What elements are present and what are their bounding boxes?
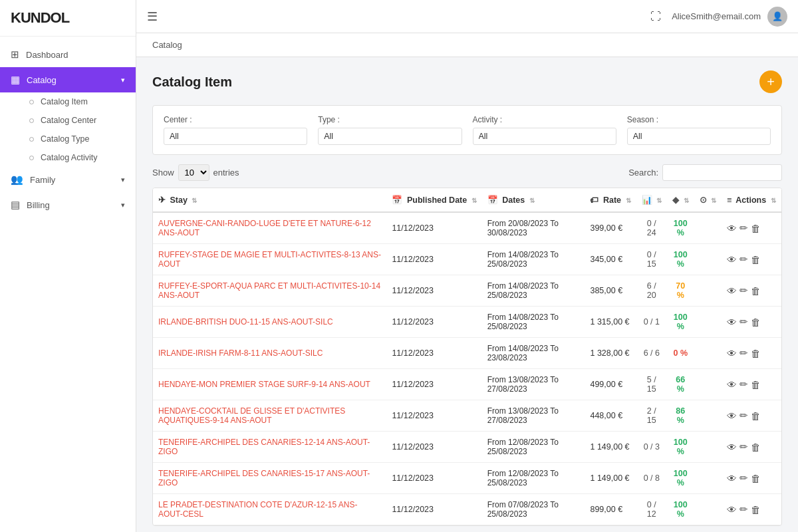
- col-rate[interactable]: 🏷 Rate ⇅: [585, 188, 636, 212]
- sidebar-item-catalog-activity[interactable]: Catalog Activity: [21, 148, 136, 167]
- col-actions[interactable]: ≡ Actions ⇅: [722, 188, 781, 212]
- type-select[interactable]: All: [318, 128, 462, 145]
- stay-link[interactable]: IRLANDE-BRITISH DUO-11-15 ANS-AOUT-SILC: [158, 317, 333, 327]
- col-published-date[interactable]: 📅 Published Date ⇅: [386, 188, 481, 212]
- add-catalog-item-button[interactable]: +: [759, 70, 782, 93]
- delete-icon[interactable]: 🗑: [751, 223, 761, 234]
- table-row: HENDAYE-COCKTAIL DE GLISSE ET D'ACTIVITE…: [153, 400, 781, 432]
- cell-pct: 100 %: [667, 212, 694, 244]
- sidebar-item-billing[interactable]: ▤ Billing ▾: [0, 192, 136, 217]
- cell-rate: 345,00 €: [585, 244, 636, 275]
- edit-icon[interactable]: ✏: [739, 503, 748, 515]
- filter-type: Type : All: [318, 115, 462, 145]
- sidebar-item-catalog-item[interactable]: Catalog Item: [21, 92, 136, 111]
- stay-link[interactable]: IRLANDE-IRISH FARM-8-11 ANS-AOUT-SILC: [158, 348, 323, 358]
- activity-select[interactable]: All: [473, 128, 616, 145]
- season-select[interactable]: All: [627, 128, 771, 145]
- stay-link[interactable]: RUFFEY-STAGE DE MAGIE ET MULTI-ACTIVITES…: [158, 250, 381, 269]
- delete-icon[interactable]: 🗑: [751, 317, 761, 328]
- cell-rate: 1 315,00 €: [585, 307, 636, 338]
- entries-select[interactable]: 10: [178, 164, 209, 181]
- col-dates[interactable]: 📅 Dates ⇅: [482, 188, 585, 212]
- search-input[interactable]: [662, 164, 782, 181]
- delete-icon[interactable]: 🗑: [751, 410, 761, 422]
- delete-icon[interactable]: 🗑: [751, 379, 761, 390]
- edit-icon[interactable]: ✏: [739, 472, 748, 484]
- sidebar-sub-label: Catalog Activity: [41, 153, 97, 162]
- cell-published-date: 11/12/2023: [386, 369, 481, 400]
- cell-pct: 86 %: [667, 400, 694, 432]
- sidebar-item-catalog[interactable]: ▦ Catalog ▾: [0, 67, 136, 92]
- sort-icon: ⇅: [471, 197, 477, 204]
- sidebar-item-catalog-type[interactable]: Catalog Type: [21, 130, 136, 148]
- cell-extra: [694, 244, 722, 275]
- edit-icon[interactable]: ✏: [739, 316, 748, 328]
- expand-icon[interactable]: ⛶: [650, 11, 661, 23]
- view-icon[interactable]: 👁: [727, 410, 737, 422]
- edit-icon[interactable]: ✏: [739, 253, 748, 265]
- view-icon[interactable]: 👁: [727, 379, 737, 390]
- cell-slots: 2 / 15: [636, 400, 667, 432]
- content-area: Catalog Item + Center : All Type : All: [136, 57, 798, 532]
- stay-link[interactable]: HENDAYE-MON PREMIER STAGE SURF-9-14 ANS-…: [158, 380, 370, 389]
- bar-chart-icon: 📊: [642, 196, 652, 205]
- delete-icon[interactable]: 🗑: [751, 285, 761, 297]
- plane-icon: ✈: [158, 196, 166, 205]
- sidebar: KUNDOL ⊞ Dashboard ▦ Catalog ▾ Catalog I…: [0, 0, 136, 532]
- col-chart[interactable]: 📊 ⇅: [636, 188, 667, 212]
- delete-icon[interactable]: 🗑: [751, 254, 761, 265]
- cell-actions: 👁 ✏ 🗑: [722, 338, 781, 369]
- edit-icon[interactable]: ✏: [739, 222, 748, 234]
- cell-dates: From 20/08/2023 To 30/08/2023: [482, 212, 585, 244]
- catalog-table: ✈ Stay ⇅ 📅 Published Date ⇅ 📅 Dates: [152, 188, 782, 526]
- topbar: ☰ ⛶ AliceSmith@email.com 👤: [136, 0, 798, 33]
- cell-pct: 100 %: [667, 432, 694, 463]
- view-icon[interactable]: 👁: [727, 442, 737, 453]
- edit-icon[interactable]: ✏: [739, 378, 748, 390]
- cell-stay: RUFFEY-E-SPORT-AQUA PARC ET MULTI-ACTIVI…: [153, 275, 386, 307]
- cell-stay: HENDAYE-MON PREMIER STAGE SURF-9-14 ANS-…: [153, 369, 386, 400]
- table-row: IRLANDE-IRISH FARM-8-11 ANS-AOUT-SILC 11…: [153, 338, 781, 369]
- breadcrumb-text: Catalog: [152, 40, 182, 50]
- delete-icon[interactable]: 🗑: [751, 473, 761, 484]
- edit-icon[interactable]: ✏: [739, 410, 748, 422]
- sidebar-item-catalog-center[interactable]: Catalog Center: [21, 111, 136, 130]
- table-row: AUVERGNE-CANI-RANDO-LUGE D'ETE ET NATURE…: [153, 212, 781, 244]
- stay-link[interactable]: HENDAYE-COCKTAIL DE GLISSE ET D'ACTIVITE…: [158, 406, 345, 425]
- view-icon[interactable]: 👁: [727, 473, 737, 484]
- delete-icon[interactable]: 🗑: [751, 504, 761, 515]
- col-stay[interactable]: ✈ Stay ⇅: [153, 188, 386, 212]
- delete-icon[interactable]: 🗑: [751, 442, 761, 453]
- circle-icon: ⊙: [700, 196, 707, 205]
- view-icon[interactable]: 👁: [727, 254, 737, 265]
- edit-icon[interactable]: ✏: [739, 347, 748, 359]
- view-icon[interactable]: 👁: [727, 285, 737, 297]
- edit-icon[interactable]: ✏: [739, 441, 748, 453]
- cell-stay: TENERIFE-ARCHIPEL DES CANARIES-12-14 ANS…: [153, 432, 386, 463]
- stay-link[interactable]: RUFFEY-E-SPORT-AQUA PARC ET MULTI-ACTIVI…: [158, 281, 380, 300]
- avatar[interactable]: 👤: [767, 7, 787, 27]
- hamburger-icon[interactable]: ☰: [147, 9, 158, 24]
- cell-extra: [694, 400, 722, 432]
- stay-link[interactable]: TENERIFE-ARCHIPEL DES CANARIES-15-17 ANS…: [158, 469, 370, 487]
- view-icon[interactable]: 👁: [727, 348, 737, 359]
- view-icon[interactable]: 👁: [727, 223, 737, 234]
- delete-icon[interactable]: 🗑: [751, 348, 761, 359]
- dot-icon: [29, 156, 34, 160]
- center-select[interactable]: All: [164, 128, 307, 145]
- col-diamond[interactable]: ◆ ⇅: [667, 188, 694, 212]
- dot-icon: [29, 100, 34, 104]
- cell-stay: HENDAYE-COCKTAIL DE GLISSE ET D'ACTIVITE…: [153, 400, 386, 432]
- stay-link[interactable]: AUVERGNE-CANI-RANDO-LUGE D'ETE ET NATURE…: [158, 219, 371, 237]
- sort-icon: ⇅: [529, 197, 535, 204]
- center-label: Center :: [164, 115, 307, 124]
- sidebar-item-family[interactable]: 👥 Family ▾: [0, 167, 136, 192]
- view-icon[interactable]: 👁: [727, 504, 737, 515]
- stay-link[interactable]: TENERIFE-ARCHIPEL DES CANARIES-12-14 ANS…: [158, 438, 370, 456]
- edit-icon[interactable]: ✏: [739, 285, 748, 297]
- col-tag[interactable]: ⊙ ⇅: [694, 188, 722, 212]
- sidebar-item-dashboard[interactable]: ⊞ Dashboard: [0, 42, 136, 67]
- view-icon[interactable]: 👁: [727, 317, 737, 328]
- cell-actions: 👁 ✏ 🗑: [722, 400, 781, 432]
- stay-link[interactable]: LE PRADET-DESTINATION COTE D'AZUR-12-15 …: [158, 500, 357, 519]
